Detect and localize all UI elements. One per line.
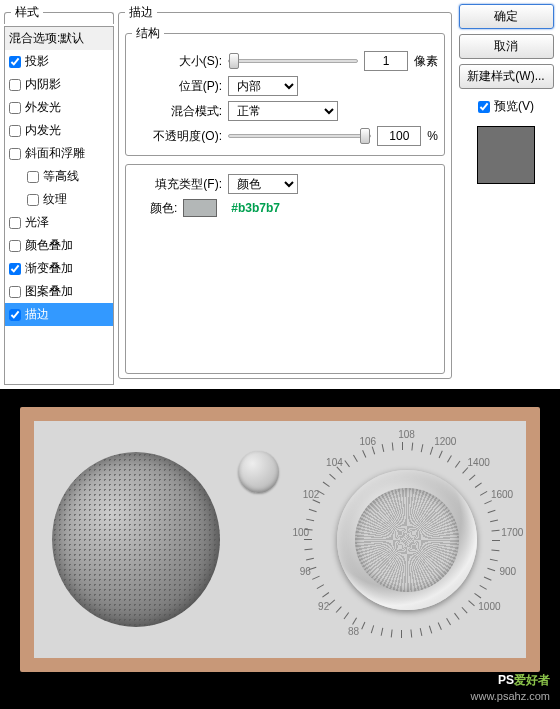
dial-label: 1600: [491, 488, 513, 499]
style-label: 斜面和浮雕: [25, 145, 85, 162]
layer-style-dialog: 样式 混合选项:默认 投影内阴影外发光内发光斜面和浮雕等高线纹理光泽颜色叠加渐变…: [0, 0, 560, 389]
size-unit: 像素: [414, 53, 438, 70]
filltype-label: 填充类型(F):: [132, 176, 222, 193]
preview-checkbox-row[interactable]: 预览(V): [478, 98, 534, 115]
watermark: PS爱好者 www.psahz.com: [471, 668, 550, 703]
style-checkbox[interactable]: [27, 171, 39, 183]
dial-label: 102: [303, 488, 320, 499]
filltype-select[interactable]: 颜色: [228, 174, 298, 194]
style-item-8[interactable]: 颜色叠加: [5, 234, 113, 257]
dial-label: 1000: [478, 600, 500, 611]
opacity-unit: %: [427, 129, 438, 143]
cancel-button[interactable]: 取消: [459, 34, 554, 59]
preview-checkbox[interactable]: [478, 101, 490, 113]
dial-label: 100: [292, 526, 309, 537]
size-label: 大小(S):: [132, 53, 222, 70]
dial-label: 104: [326, 456, 343, 467]
style-item-6[interactable]: 纹理: [5, 188, 113, 211]
style-checkbox[interactable]: [9, 102, 21, 114]
styles-header[interactable]: 混合选项:默认: [5, 27, 113, 50]
blend-label: 混合模式:: [132, 103, 222, 120]
stroke-legend: 描边: [125, 4, 157, 21]
style-label: 光泽: [25, 214, 49, 231]
color-hex: #b3b7b7: [231, 201, 280, 215]
new-style-button[interactable]: 新建样式(W)...: [459, 64, 554, 89]
color-swatch[interactable]: [183, 199, 217, 217]
style-item-10[interactable]: 图案叠加: [5, 280, 113, 303]
style-checkbox[interactable]: [9, 56, 21, 68]
speaker-grille: [52, 452, 220, 627]
style-label: 颜色叠加: [25, 237, 73, 254]
style-item-1[interactable]: 内阴影: [5, 73, 113, 96]
preview-label: 预览(V): [494, 98, 534, 115]
size-input[interactable]: [364, 51, 408, 71]
style-checkbox[interactable]: [27, 194, 39, 206]
styles-fieldset: 样式: [4, 4, 114, 24]
radio-device: 8892961001021041061081200140016001700900…: [20, 407, 540, 672]
preview-swatch: [477, 126, 535, 184]
styles-list: 混合选项:默认 投影内阴影外发光内发光斜面和浮雕等高线纹理光泽颜色叠加渐变叠加图…: [4, 26, 114, 385]
size-slider[interactable]: [228, 59, 358, 63]
style-item-11[interactable]: 描边: [5, 303, 113, 326]
tuning-dial: [337, 470, 477, 610]
dial-label: 108: [398, 428, 415, 439]
style-checkbox[interactable]: [9, 286, 21, 298]
dial-label: 900: [499, 565, 516, 576]
style-checkbox[interactable]: [9, 263, 21, 275]
opacity-slider[interactable]: [228, 134, 371, 138]
style-item-0[interactable]: 投影: [5, 50, 113, 73]
style-label: 描边: [25, 306, 49, 323]
style-label: 纹理: [43, 191, 67, 208]
dial-label: 1700: [501, 526, 523, 537]
style-item-2[interactable]: 外发光: [5, 96, 113, 119]
dial-label: 96: [300, 565, 311, 576]
fill-group: 填充类型(F): 颜色 颜色: #b3b7b7: [125, 164, 445, 374]
style-item-3[interactable]: 内发光: [5, 119, 113, 142]
style-item-5[interactable]: 等高线: [5, 165, 113, 188]
small-knob: [238, 451, 278, 493]
dial-label: 106: [359, 435, 376, 446]
style-item-9[interactable]: 渐变叠加: [5, 257, 113, 280]
style-label: 外发光: [25, 99, 61, 116]
ok-button[interactable]: 确定: [459, 4, 554, 29]
dial-label: 1200: [434, 435, 456, 446]
style-label: 等高线: [43, 168, 79, 185]
position-select[interactable]: 内部: [228, 76, 298, 96]
style-checkbox[interactable]: [9, 309, 21, 321]
style-checkbox[interactable]: [9, 125, 21, 137]
dial-label: 88: [348, 626, 359, 637]
tuning-dial-wrap: 8892961001021041061081200140016001700900…: [297, 430, 508, 650]
dial-label: 1400: [468, 456, 490, 467]
style-label: 内发光: [25, 122, 61, 139]
style-checkbox[interactable]: [9, 79, 21, 91]
style-label: 图案叠加: [25, 283, 73, 300]
blend-select[interactable]: 正常: [228, 101, 338, 121]
structure-legend: 结构: [132, 25, 164, 42]
structure-group: 结构 大小(S): 像素 位置(P): 内部 混合模式: 正常 不透明度(O):: [125, 25, 445, 156]
style-item-7[interactable]: 光泽: [5, 211, 113, 234]
style-label: 内阴影: [25, 76, 61, 93]
opacity-label: 不透明度(O):: [132, 128, 222, 145]
style-checkbox[interactable]: [9, 217, 21, 229]
position-label: 位置(P):: [132, 78, 222, 95]
style-label: 投影: [25, 53, 49, 70]
dial-label: 92: [318, 600, 329, 611]
color-label: 颜色:: [150, 200, 177, 217]
style-checkbox[interactable]: [9, 240, 21, 252]
result-preview: 8892961001021041061081200140016001700900…: [0, 389, 560, 709]
styles-legend: 样式: [11, 4, 43, 21]
stroke-panel: 描边 结构 大小(S): 像素 位置(P): 内部 混合模式: 正常: [118, 4, 452, 379]
style-label: 渐变叠加: [25, 260, 73, 277]
opacity-input[interactable]: [377, 126, 421, 146]
style-checkbox[interactable]: [9, 148, 21, 160]
style-item-4[interactable]: 斜面和浮雕: [5, 142, 113, 165]
